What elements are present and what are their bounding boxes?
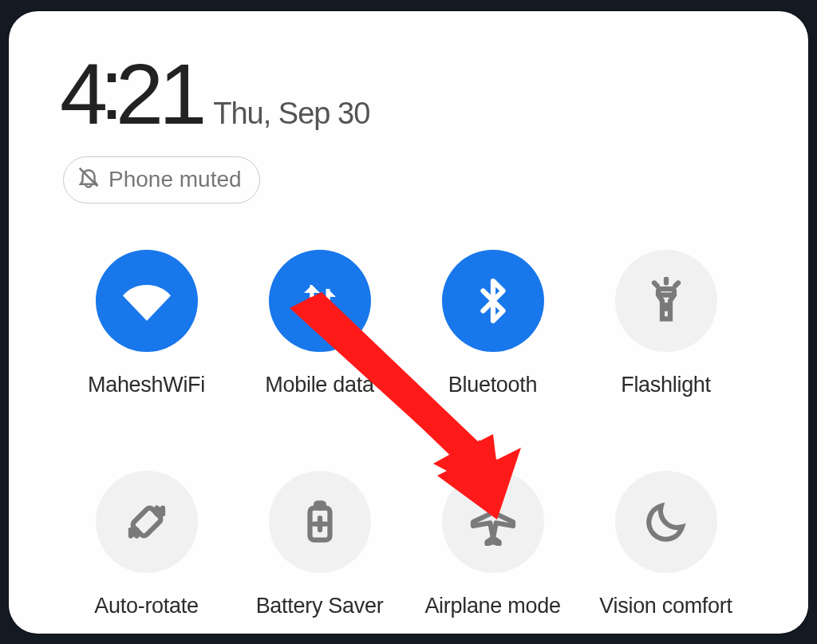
airplane-mode-label: Airplane mode: [424, 594, 560, 618]
auto-rotate-label: Auto-rotate: [94, 594, 198, 618]
flashlight-label: Flashlight: [621, 373, 711, 397]
bell-muted-icon: [77, 165, 101, 195]
moon-icon: [615, 471, 717, 573]
airplane-icon: [442, 471, 544, 573]
flashlight-icon: [615, 250, 717, 352]
phone-muted-chip[interactable]: Phone muted: [63, 156, 260, 203]
wifi-label: MaheshWiFi: [88, 373, 205, 397]
clock-date: Thu, Sep 30: [213, 97, 369, 131]
airplane-mode-toggle[interactable]: Airplane mode: [406, 471, 579, 618]
phone-muted-label: Phone muted: [109, 167, 242, 192]
quick-toggles-grid: MaheshWiFi Mobile data Bluetooth: [60, 250, 752, 618]
bluetooth-label: Bluetooth: [448, 373, 537, 397]
panel-inner: 4:21 Thu, Sep 30 Phone muted MaheshWiFi: [9, 11, 808, 634]
battery-saver-icon: [269, 471, 371, 573]
vision-comfort-label: Vision comfort: [599, 594, 732, 618]
mobile-data-icon: [269, 250, 371, 352]
svg-line-4: [654, 282, 657, 286]
svg-line-5: [675, 282, 678, 286]
flashlight-toggle[interactable]: Flashlight: [579, 250, 752, 397]
clock-row: 4:21 Thu, Sep 30: [60, 51, 752, 137]
bluetooth-icon: [442, 250, 544, 352]
mobile-data-label: Mobile data: [265, 373, 373, 397]
quick-settings-panel: 4:21 Thu, Sep 30 Phone muted MaheshWiFi: [9, 11, 808, 634]
vision-comfort-toggle[interactable]: Vision comfort: [579, 471, 752, 618]
mobile-data-toggle[interactable]: Mobile data: [233, 250, 406, 397]
wifi-toggle[interactable]: MaheshWiFi: [60, 250, 233, 397]
wifi-icon: [96, 250, 198, 352]
battery-saver-label: Battery Saver: [256, 594, 384, 618]
bluetooth-toggle[interactable]: Bluetooth: [406, 250, 579, 397]
svg-rect-8: [316, 503, 324, 508]
auto-rotate-icon: [96, 471, 198, 573]
clock-time: 4:21: [60, 51, 202, 137]
auto-rotate-toggle[interactable]: Auto-rotate: [60, 471, 233, 618]
battery-saver-toggle[interactable]: Battery Saver: [233, 471, 406, 618]
